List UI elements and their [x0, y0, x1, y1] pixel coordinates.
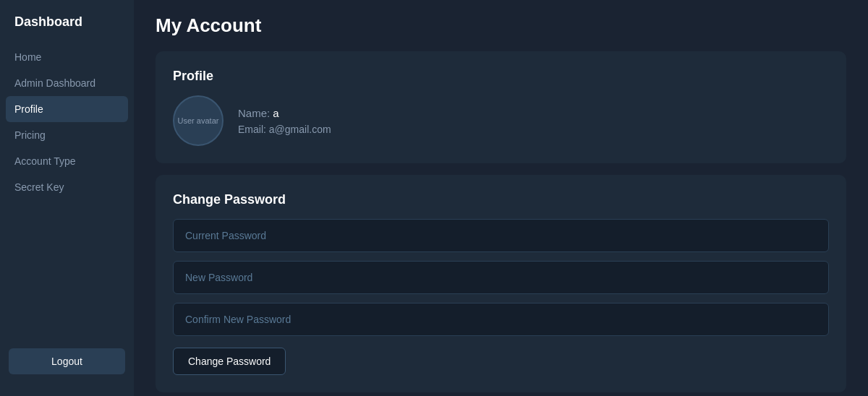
avatar: User avatar — [173, 95, 224, 146]
profile-card-title: Profile — [173, 69, 829, 84]
sidebar-item-admin-dashboard[interactable]: Admin Dashboard — [0, 70, 134, 96]
sidebar-logout-container: Logout — [9, 348, 125, 374]
profile-name: Name: a — [238, 107, 331, 119]
avatar-text: User avatar — [178, 116, 219, 126]
change-password-title: Change Password — [173, 192, 829, 207]
email-label: Email: — [238, 124, 266, 135]
name-value: a — [273, 107, 278, 119]
main-content: My Account Profile User avatar Name: a E… — [134, 0, 868, 396]
profile-email: Email: a@gmail.com — [238, 124, 331, 135]
profile-section: User avatar Name: a Email: a@gmail.com — [173, 95, 829, 146]
profile-info: Name: a Email: a@gmail.com — [238, 107, 331, 135]
sidebar-nav: Home Admin Dashboard Profile Pricing Acc… — [0, 44, 134, 334]
name-label: Name: — [238, 107, 270, 119]
profile-card: Profile User avatar Name: a Email: a@gma… — [156, 51, 846, 163]
sidebar-item-pricing[interactable]: Pricing — [0, 122, 134, 148]
page-title: My Account — [156, 14, 846, 37]
sidebar-item-secret-key[interactable]: Secret Key — [0, 174, 134, 200]
password-inputs — [173, 219, 829, 336]
sidebar-item-profile[interactable]: Profile — [6, 96, 128, 122]
sidebar-item-home[interactable]: Home — [0, 44, 134, 70]
confirm-password-input[interactable] — [173, 303, 829, 336]
sidebar-title: Dashboard — [0, 14, 134, 44]
sidebar-item-account-type[interactable]: Account Type — [0, 148, 134, 174]
sidebar: Dashboard Home Admin Dashboard Profile P… — [0, 0, 134, 396]
change-password-card: Change Password Change Password — [156, 175, 846, 392]
email-value: a@gmail.com — [269, 124, 331, 135]
logout-button[interactable]: Logout — [9, 348, 125, 374]
new-password-input[interactable] — [173, 261, 829, 294]
current-password-input[interactable] — [173, 219, 829, 252]
change-password-button[interactable]: Change Password — [173, 348, 286, 375]
